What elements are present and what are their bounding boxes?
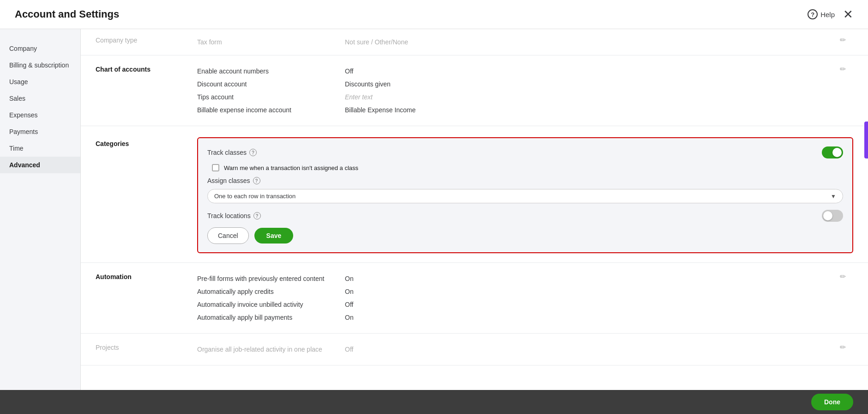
- assign-classes-dropdown[interactable]: One to each row in transaction ▼: [207, 189, 843, 203]
- sidebar-item-time[interactable]: Time: [0, 140, 80, 157]
- categories-edit-box: Track classes ? Warn me when a transacti…: [197, 137, 853, 253]
- assign-classes-label: Assign classes ?: [207, 177, 260, 184]
- edit-pencil-icon: ✏: [840, 36, 846, 44]
- sidebar-item-billing[interactable]: Billing & subscription: [0, 57, 80, 73]
- warn-checkbox-row: Warn me when a transaction isn't assigne…: [207, 164, 843, 171]
- projects-label: Projects: [96, 343, 197, 356]
- automation-label: Automation: [96, 272, 197, 324]
- auto-bill-payments-label: Automatically apply bill payments: [197, 314, 345, 321]
- automation-content: Pre-fill forms with previously entered c…: [197, 272, 832, 324]
- dropdown-arrow-icon: ▼: [831, 193, 836, 200]
- track-classes-label: Track classes ?: [207, 149, 822, 156]
- company-type-section: Company type Tax form Not sure / Other/N…: [81, 29, 868, 55]
- projects-organise-label: Organise all job-related activity in one…: [197, 346, 345, 353]
- track-classes-row: Track classes ?: [207, 146, 843, 158]
- main-layout: Company Billing & subscription Usage Sal…: [0, 29, 868, 413]
- enable-account-numbers-label: Enable account numbers: [197, 67, 345, 75]
- projects-content: Organise all job-related activity in one…: [197, 343, 832, 356]
- auto-bill-payments-value: On: [345, 314, 354, 321]
- sidebar-item-company[interactable]: Company: [0, 40, 80, 57]
- auto-apply-credits-label: Automatically apply credits: [197, 288, 345, 295]
- save-button[interactable]: Save: [254, 228, 294, 244]
- company-type-row: Tax form Not sure / Other/None: [197, 36, 832, 49]
- discount-account-value: Discounts given: [345, 80, 391, 88]
- track-locations-toggle-slider: [822, 210, 843, 222]
- main-content: Company type Tax form Not sure / Other/N…: [81, 29, 868, 413]
- tips-account-row: Tips account Enter text: [197, 91, 832, 104]
- warn-checkbox[interactable]: [212, 164, 219, 171]
- chart-of-accounts-edit[interactable]: ✏: [832, 65, 853, 116]
- track-locations-help-icon[interactable]: ?: [253, 212, 261, 219]
- sidebar-item-usage[interactable]: Usage: [0, 73, 80, 90]
- track-locations-label: Track locations ?: [207, 212, 822, 219]
- bottom-bar: Done: [0, 390, 868, 414]
- tax-form-label: Tax form: [197, 38, 345, 46]
- company-type-label: Company type: [96, 36, 197, 49]
- track-classes-toggle-slider: [822, 146, 843, 158]
- prefill-forms-row: Pre-fill forms with previously entered c…: [197, 272, 832, 285]
- assign-dropdown-value: One to each row in transaction: [214, 193, 295, 200]
- tips-account-label: Tips account: [197, 93, 345, 101]
- billable-expense-value: Billable Expense Income: [345, 106, 416, 114]
- tips-account-value: Enter text: [345, 93, 373, 101]
- auto-bill-payments-row: Automatically apply bill payments On: [197, 311, 832, 324]
- billable-expense-row: Billable expense income account Billable…: [197, 104, 832, 116]
- categories-section: Categories Track classes ? Warn me when …: [81, 126, 868, 263]
- sidebar-item-payments[interactable]: Payments: [0, 123, 80, 140]
- help-circle-icon: ?: [808, 9, 818, 19]
- track-locations-row: Track locations ?: [207, 210, 843, 222]
- page-title: Account and Settings: [15, 8, 119, 20]
- prefill-forms-label: Pre-fill forms with previously entered c…: [197, 275, 345, 282]
- chart-of-accounts-section: Chart of accounts Enable account numbers…: [81, 55, 868, 126]
- projects-edit-pencil-icon: ✏: [840, 343, 846, 351]
- sidebar-item-sales[interactable]: Sales: [0, 90, 80, 107]
- prefill-forms-value: On: [345, 275, 354, 282]
- automation-edit[interactable]: ✏: [832, 272, 853, 324]
- auto-apply-credits-row: Automatically apply credits On: [197, 285, 832, 298]
- projects-organise-value: Off: [345, 346, 353, 353]
- chart-edit-pencil-icon: ✏: [840, 65, 846, 73]
- discount-account-row: Discount account Discounts given: [197, 78, 832, 91]
- enable-account-numbers-row: Enable account numbers Off: [197, 65, 832, 78]
- help-label: Help: [820, 11, 835, 18]
- categories-action-buttons: Cancel Save: [207, 227, 843, 244]
- assign-classes-row: Assign classes ?: [207, 177, 843, 184]
- discount-account-label: Discount account: [197, 80, 345, 88]
- sidebar-item-advanced[interactable]: Advanced: [0, 157, 80, 173]
- warn-checkbox-label: Warn me when a transaction isn't assigne…: [224, 164, 358, 171]
- chart-of-accounts-content: Enable account numbers Off Discount acco…: [197, 65, 832, 116]
- close-button[interactable]: ✕: [843, 8, 853, 20]
- projects-edit[interactable]: ✏: [832, 343, 853, 356]
- automation-edit-pencil-icon: ✏: [840, 273, 846, 280]
- header-right: ? Help ✕: [808, 8, 853, 20]
- done-button[interactable]: Done: [811, 394, 853, 410]
- track-locations-toggle[interactable]: [822, 210, 843, 222]
- right-accent-bar: [864, 122, 868, 158]
- company-type-edit[interactable]: ✏: [832, 36, 853, 49]
- projects-organise-row: Organise all job-related activity in one…: [197, 343, 832, 356]
- automation-section: Automation Pre-fill forms with previousl…: [81, 263, 868, 334]
- tax-form-value: Not sure / Other/None: [345, 38, 408, 46]
- auto-invoice-unbilled-label: Automatically invoice unbilled activity: [197, 301, 345, 308]
- auto-invoice-unbilled-row: Automatically invoice unbilled activity …: [197, 298, 832, 311]
- page-header: Account and Settings ? Help ✕: [0, 0, 868, 29]
- sidebar: Company Billing & subscription Usage Sal…: [0, 29, 81, 413]
- help-button[interactable]: ? Help: [808, 9, 835, 19]
- enable-account-numbers-value: Off: [345, 67, 353, 75]
- categories-label: Categories: [96, 135, 197, 147]
- auto-apply-credits-value: On: [345, 288, 354, 295]
- track-classes-toggle[interactable]: [822, 146, 843, 158]
- cancel-button[interactable]: Cancel: [207, 227, 249, 244]
- auto-invoice-unbilled-value: Off: [345, 301, 353, 308]
- track-classes-help-icon[interactable]: ?: [249, 149, 257, 156]
- company-type-content: Tax form Not sure / Other/None: [197, 36, 832, 49]
- projects-section: Projects Organise all job-related activi…: [81, 334, 868, 365]
- sidebar-item-expenses[interactable]: Expenses: [0, 107, 80, 123]
- billable-expense-label: Billable expense income account: [197, 106, 345, 114]
- assign-classes-help-icon[interactable]: ?: [253, 177, 260, 184]
- chart-of-accounts-label: Chart of accounts: [96, 65, 197, 116]
